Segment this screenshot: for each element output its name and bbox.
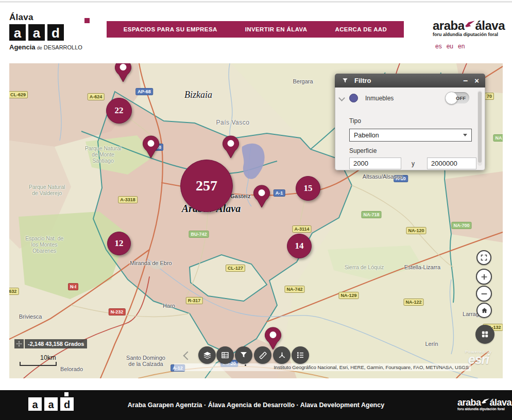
road-shield-A-624: A-624 <box>88 93 105 100</box>
cluster-marker[interactable]: 15 <box>296 176 320 201</box>
crosshair-icon[interactable] <box>14 339 24 348</box>
layer-row: Inmuebles <box>339 94 394 102</box>
basemap-button[interactable] <box>475 325 494 344</box>
language-switcher: es eu en <box>435 43 465 50</box>
lang-es[interactable]: es <box>435 43 442 50</box>
layer-name: Inmuebles <box>365 95 394 102</box>
layer-toggle[interactable]: OFF <box>446 92 469 103</box>
toggle-state-label: OFF <box>456 95 466 101</box>
panel-scrollbar <box>477 91 482 166</box>
fullscreen-button[interactable] <box>476 250 491 265</box>
check-icon <box>482 398 489 404</box>
legend-button[interactable] <box>292 346 309 364</box>
logo-subtitle: Agencia de DESARROLLO <box>9 43 97 51</box>
map-label: Espacio Nat. de los Montes Obarenes <box>25 235 63 254</box>
map-label: Lerín <box>425 341 438 347</box>
map-label: Parque Natural de Valderejo <box>29 184 65 196</box>
minimize-button[interactable]: – <box>463 78 468 83</box>
caret-down-icon <box>463 134 467 136</box>
cluster-marker[interactable]: 12 <box>107 232 131 255</box>
road-shield-N-232: N-232 <box>109 308 126 316</box>
measure-button[interactable] <box>254 346 271 364</box>
home-button[interactable] <box>476 303 492 318</box>
tipo-select[interactable]: Pabellon <box>349 129 472 142</box>
funnel-icon <box>239 351 248 360</box>
map-label: Belorado <box>60 366 83 372</box>
nav-item-espacios[interactable]: ESPACIOS PARA SU EMPRESA <box>124 26 217 32</box>
fullscreen-icon <box>480 254 488 261</box>
road-shield-NA-718: NA-718 <box>361 211 381 218</box>
superficie-min-input[interactable] <box>349 157 401 169</box>
map-pin[interactable] <box>114 63 132 82</box>
home-icon <box>481 307 488 314</box>
araba-alava-logo[interactable]: arabaálava foru aldundia diputación fora… <box>433 19 505 37</box>
brand-subtitle: foru aldundia diputación foral <box>433 32 505 37</box>
layers-button[interactable] <box>198 346 216 364</box>
zoom-in-button[interactable] <box>476 269 492 285</box>
map-pin[interactable] <box>142 135 160 159</box>
logo-accent-square <box>84 18 90 23</box>
superficie-max-input[interactable] <box>427 157 476 169</box>
road-shield-NA-120: NA-120 <box>406 227 426 234</box>
map-pin[interactable] <box>222 135 240 159</box>
ruler-icon <box>258 351 268 360</box>
road-shield-N-I: N-I <box>68 283 78 290</box>
lang-en[interactable]: en <box>458 43 465 50</box>
superficie-label: Superficie <box>349 147 377 154</box>
layer-symbol <box>349 94 358 102</box>
chevron-down-icon[interactable] <box>338 95 345 101</box>
main-nav: ESPACIOS PARA SU EMPRESA INVERTIR EN ÁLA… <box>107 21 404 38</box>
footer-araba-alava-logo[interactable]: arabaálava foru aldundia diputación fora… <box>457 397 511 411</box>
filter-panel-title: Filtro <box>354 77 371 84</box>
cluster-marker[interactable]: 14 <box>287 234 312 258</box>
footer-logo-accent-square <box>64 392 69 396</box>
map-pin[interactable] <box>253 185 270 208</box>
map-label: Miranda de Ebro <box>130 260 172 266</box>
road-shield-70: 70 <box>485 93 494 100</box>
map-attribution: Instituto Geográfico Nacional, Esri, HER… <box>174 363 471 371</box>
scale-label: 10km <box>40 354 76 361</box>
check-icon <box>465 21 475 27</box>
logo-squares: a a d <box>9 24 97 41</box>
logo-letter: d <box>47 24 64 41</box>
coordinates-value: -2,148 43,158 Grados <box>25 339 87 348</box>
cluster-marker[interactable]: 257 <box>180 160 233 212</box>
nav-item-invertir[interactable]: INVERTIR EN ÁLAVA <box>245 26 308 32</box>
road-shield-CL-127: CL-127 <box>226 265 245 272</box>
footer: a a d Araba Garapen Agentzia · Álava Age… <box>0 390 512 420</box>
lang-eu[interactable]: eu <box>447 43 453 50</box>
nav-item-acerca[interactable]: ACERCA DE AAD <box>335 26 387 32</box>
road-shield-A-3114: A-3114 <box>292 225 311 233</box>
share-button[interactable] <box>273 346 291 364</box>
road-shield-AP-68: AP-68 <box>135 88 153 95</box>
table-button[interactable] <box>216 346 234 364</box>
map-label: Haro <box>163 303 175 309</box>
aad-logo[interactable]: Álava a a d Agencia de DESARROLLO <box>9 12 97 51</box>
slider-dot <box>245 364 246 366</box>
close-button[interactable]: × <box>474 76 479 85</box>
zoom-out-button[interactable] <box>476 286 492 302</box>
map-canvas[interactable]: CL-629A-624AP-6868A-1A-1070NAA-3318BU-74… <box>9 63 503 378</box>
road-shield-A-3318: A-3318 <box>118 196 138 203</box>
map-label: Altsasu/Alsasua <box>363 173 403 180</box>
map-label: Bizkaia <box>184 90 212 100</box>
filter-panel: Filtro – × Inmuebles OFF Tipo Pabellon S… <box>335 74 485 170</box>
scale-bar: 10km <box>20 354 76 366</box>
logo-letter: a <box>9 24 26 41</box>
plus-icon <box>480 273 488 281</box>
and-label: y <box>412 160 415 167</box>
top-divider <box>0 1 512 3</box>
tipo-value: Pabellon <box>354 132 379 139</box>
layers-icon <box>202 351 212 360</box>
road-shield-NA-129: NA-129 <box>338 292 359 299</box>
filter-panel-titlebar[interactable]: Filtro – × <box>335 74 485 87</box>
coordinates-widget: -2,148 43,158 Grados <box>14 339 87 348</box>
scale-line <box>20 362 57 366</box>
cluster-marker[interactable]: 22 <box>106 98 132 124</box>
scrollbar-thumb[interactable] <box>478 92 482 163</box>
minus-icon <box>480 290 488 298</box>
road-shield-NA: NA <box>493 134 503 142</box>
filter-button[interactable] <box>235 346 252 364</box>
road-shield-N-632: N-632 <box>9 288 19 295</box>
road-shield-A-1: A-1 <box>274 189 285 197</box>
